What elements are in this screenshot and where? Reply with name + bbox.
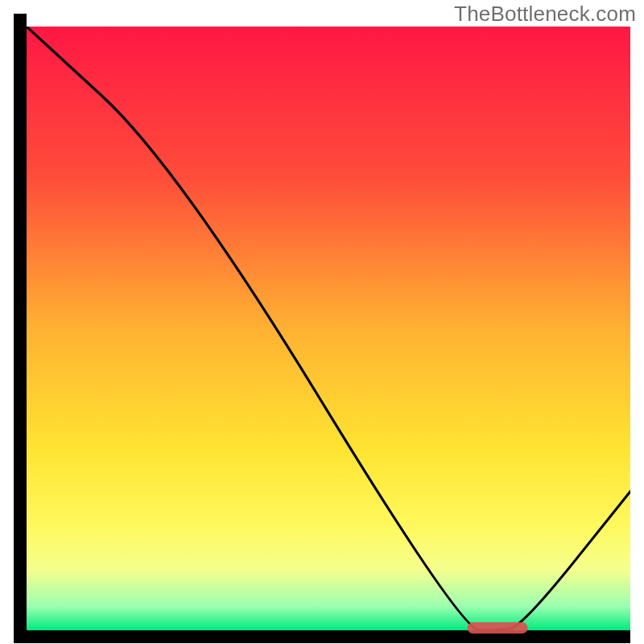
y-axis [14,14,27,630]
watermark-text: TheBottleneck.com [454,2,636,27]
optimal-range-marker [468,622,528,634]
plot-gradient-area [27,27,630,630]
bottleneck-chart [0,0,644,644]
x-axis [14,630,630,643]
chart-container: TheBottleneck.com [0,0,644,644]
